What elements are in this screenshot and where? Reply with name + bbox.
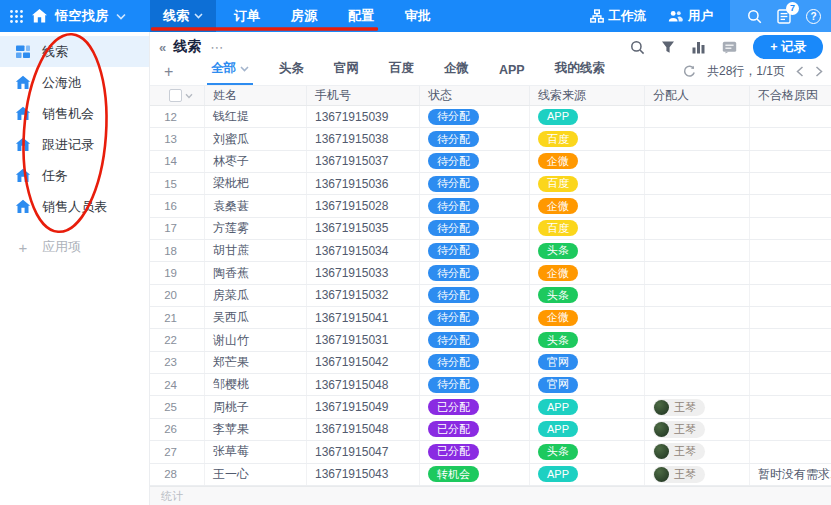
more-menu-icon[interactable]: ⋯ (210, 40, 224, 55)
filter-tab-百度[interactable]: 百度 (385, 60, 418, 85)
row-number: 22 (150, 329, 205, 350)
filter-tab-全部[interactable]: 全部 (207, 60, 253, 85)
cell-assignee (645, 240, 750, 261)
table-row[interactable]: 23郑芒果13671915042待分配官网 (150, 352, 831, 374)
assignee-tag[interactable]: 王琴 (653, 399, 705, 416)
table-row[interactable]: 12钱红提13671915039待分配APP (150, 106, 831, 128)
filter-icon[interactable] (661, 40, 675, 54)
comment-icon[interactable] (722, 41, 737, 54)
table-row[interactable]: 22谢山竹13671915031待分配头条 (150, 329, 831, 351)
cell-name: 周桃子 (205, 396, 307, 417)
plus-icon: + (15, 239, 31, 256)
cell-source: APP (530, 396, 645, 417)
topnav-tab-配置[interactable]: 配置 (335, 0, 387, 32)
pagination: 共28行，1/1页 (683, 63, 823, 85)
filter-tab-label: 企微 (444, 60, 469, 77)
help-icon[interactable]: ? (806, 9, 821, 24)
cell-name: 梁枇杷 (205, 173, 307, 194)
filter-tab-我的线索[interactable]: 我的线索 (551, 60, 609, 85)
notifications-icon[interactable]: 7 (777, 9, 791, 24)
assignee-tag[interactable]: 王琴 (653, 466, 705, 483)
table-footer: 统计 (150, 486, 831, 505)
table-row[interactable]: 19陶香蕉13671915033待分配企微 (150, 262, 831, 284)
chart-icon[interactable] (691, 40, 706, 54)
sidebar-item-销售机会[interactable]: 销售机会 (0, 98, 149, 129)
page-title: 线索 (173, 38, 201, 56)
topnav-tab-订单[interactable]: 订单 (221, 0, 273, 32)
table-row[interactable]: 14林枣子13671915037待分配企微 (150, 151, 831, 173)
table-row[interactable]: 28王一心13671915043转机会APP王琴暂时没有需求11 (150, 464, 831, 486)
add-record-button[interactable]: + 记录 (753, 35, 823, 59)
table-row[interactable]: 27张草莓13671915047已分配头条王琴 (150, 441, 831, 463)
table-row[interactable]: 25周桃子13671915049已分配APP王琴 (150, 396, 831, 418)
cell-assignee (645, 195, 750, 216)
cell-name: 钱红提 (205, 106, 307, 127)
cell-status: 转机会 (420, 464, 530, 485)
cell-reason (750, 285, 831, 306)
table-search-icon[interactable] (630, 40, 645, 55)
table-row[interactable]: 26李苹果13671915048已分配APP王琴 (150, 419, 831, 441)
table-row[interactable]: 16袁桑葚13671915028待分配企微 (150, 195, 831, 217)
workflow-link[interactable]: 工作流 (579, 0, 658, 32)
refresh-icon[interactable] (683, 65, 696, 78)
prev-page-icon[interactable] (796, 66, 804, 77)
cell-phone: 13671915043 (307, 464, 420, 485)
table-row[interactable]: 18胡甘蔗13671915034待分配头条 (150, 240, 831, 262)
cell-assignee (645, 151, 750, 172)
cell-assignee (645, 329, 750, 350)
table-row[interactable]: 17方莲雾13671915035待分配百度 (150, 218, 831, 240)
filter-tab-APP[interactable]: APP (495, 63, 529, 85)
cell-assignee (645, 128, 750, 149)
avatar (654, 422, 669, 437)
table-row[interactable]: 13刘蜜瓜13671915038待分配百度 (150, 128, 831, 150)
cell-name: 方莲雾 (205, 218, 307, 239)
table-row[interactable]: 15梁枇杷13671915036待分配百度 (150, 173, 831, 195)
status-badge: 待分配 (428, 220, 479, 236)
cell-assignee: 王琴 (645, 441, 750, 462)
status-badge: 待分配 (428, 109, 479, 125)
cell-source: 头条 (530, 329, 645, 350)
chevron-down-icon[interactable] (116, 13, 126, 20)
sidebar-item-公海池[interactable]: 公海池 (0, 67, 149, 98)
row-number: 12 (150, 106, 205, 127)
checkbox-menu-caret-icon[interactable] (185, 93, 193, 99)
next-page-icon[interactable] (815, 66, 823, 77)
workflow-label: 工作流 (609, 8, 647, 25)
table-row[interactable]: 20房菜瓜13671915032待分配头条 (150, 285, 831, 307)
add-view-tab-button[interactable]: + (150, 63, 196, 85)
filter-tab-官网[interactable]: 官网 (330, 60, 363, 85)
status-badge: 待分配 (428, 354, 479, 370)
sidebar-item-线索[interactable]: 线索 (0, 36, 149, 67)
filter-tab-企微[interactable]: 企微 (440, 60, 473, 85)
assignee-tag[interactable]: 王琴 (653, 443, 705, 460)
cell-source: 企微 (530, 262, 645, 283)
sidebar-item-销售人员表[interactable]: 销售人员表 (0, 191, 149, 222)
cell-reason (750, 441, 831, 462)
topnav-tab-房源[interactable]: 房源 (278, 0, 330, 32)
sidebar-item-跟进记录[interactable]: 跟进记录 (0, 129, 149, 160)
table-row[interactable]: 24邹樱桃13671915048待分配官网 (150, 374, 831, 396)
topnav-tab-审批[interactable]: 审批 (392, 0, 444, 32)
sidebar-item-任务[interactable]: 任务 (0, 160, 149, 191)
cell-status: 待分配 (420, 128, 530, 149)
table-row[interactable]: 21吴西瓜13671915041待分配企微 (150, 307, 831, 329)
cell-status: 已分配 (420, 441, 530, 462)
select-all-checkbox[interactable] (169, 89, 182, 102)
source-badge: 头条 (538, 287, 578, 303)
topnav-tab-label: 配置 (348, 7, 374, 25)
collapse-sidebar-icon[interactable]: « (159, 40, 165, 55)
cell-phone: 13671915037 (307, 151, 420, 172)
users-link[interactable]: 用户 (657, 0, 724, 32)
column-header-name: 姓名 (205, 86, 307, 105)
row-number: 16 (150, 195, 205, 216)
search-icon[interactable] (747, 9, 762, 24)
filter-tab-头条[interactable]: 头条 (275, 60, 308, 85)
sidebar-item-label: 销售机会 (42, 105, 94, 123)
add-app-item-button[interactable]: + 应用项 (0, 232, 149, 262)
cell-name: 张草莓 (205, 441, 307, 462)
assignee-tag[interactable]: 王琴 (653, 421, 705, 438)
home-icon (15, 106, 31, 122)
brand-name[interactable]: 悟空找房 (55, 7, 109, 25)
app-launcher-icon[interactable] (9, 9, 24, 24)
topnav-tab-线索[interactable]: 线索 (150, 0, 216, 32)
